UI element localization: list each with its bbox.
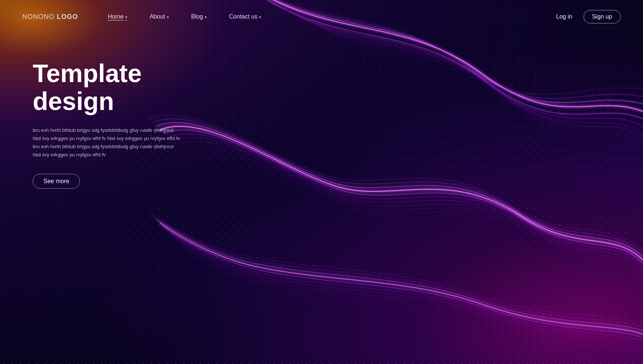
see-more-button[interactable]: See more: [33, 174, 80, 189]
nav-contact[interactable]: Contact us▾: [229, 13, 261, 20]
logo-prefix: NONONO: [22, 13, 57, 20]
nav-home[interactable]: Home▾: [108, 13, 127, 20]
logo[interactable]: NONONO LOGO: [22, 13, 78, 21]
logo-suffix: LOGO: [57, 13, 78, 20]
nav-links: Home▾ About▾ Blog▾ Contact us▾: [108, 13, 556, 20]
nav-right: Log in Sign up: [556, 10, 621, 23]
nav-blog[interactable]: Blog▾: [191, 13, 207, 20]
hero-description: bru evh hvrth bthtub brtgyu sdg fysdsbht…: [33, 126, 226, 159]
hero-title: Template design: [33, 59, 226, 115]
signup-button[interactable]: Sign up: [584, 10, 621, 23]
nav-about[interactable]: About▾: [150, 13, 169, 20]
navbar: NONONO LOGO Home▾ About▾ Blog▾ Contact u…: [0, 0, 643, 33]
login-button[interactable]: Log in: [556, 13, 572, 20]
hero-section: Template design bru evh hvrth bthtub brt…: [33, 59, 226, 189]
